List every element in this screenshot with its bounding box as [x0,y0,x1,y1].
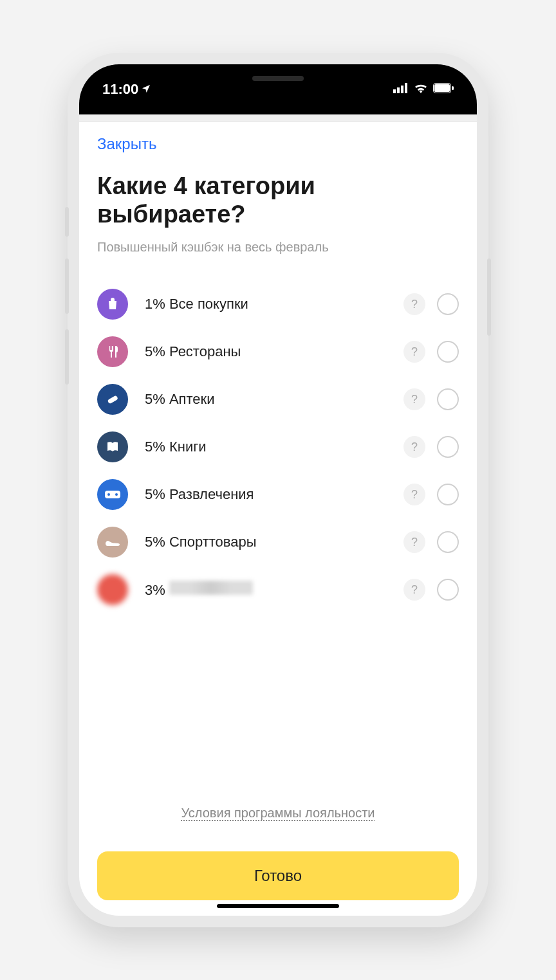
done-button[interactable]: Готово [97,851,459,900]
svg-point-9 [107,493,110,496]
status-time: 11:00 [102,81,138,98]
help-button[interactable]: ? [403,484,425,505]
help-button[interactable]: ? [403,531,425,553]
sheet-content: Закрыть Какие 4 категории выбираете? Пов… [79,122,477,916]
terms-link[interactable]: Условия программы лояльности [181,806,375,821]
svg-point-10 [115,493,118,496]
svg-rect-3 [405,83,407,93]
category-checkbox[interactable] [437,579,459,601]
help-button[interactable]: ? [403,293,425,315]
gamepad-icon [97,479,128,510]
redacted-icon [97,574,128,605]
sneaker-icon [97,527,128,558]
category-checkbox[interactable] [437,531,459,553]
phone-screen: 11:00 Закрыть Какие 4 катег [79,64,477,916]
home-indicator[interactable] [217,904,339,908]
category-list: 1% Все покупки ? 5% Рестораны ? [97,280,459,613]
svg-rect-1 [397,87,400,93]
volume-down-button [65,329,69,385]
sheet-handle-area [79,114,477,122]
phone-frame: 11:00 Закрыть Какие 4 катег [68,53,488,927]
notch [194,64,362,93]
help-button[interactable]: ? [403,341,425,363]
page-subtitle: Повышенный кэшбэк на весь февраль [97,240,459,255]
category-row[interactable]: 5% Аптеки ? [97,376,459,423]
category-label: 5% Рестораны [145,343,403,360]
category-label: 1% Все покупки [145,296,403,313]
close-button[interactable]: Закрыть [97,135,459,153]
redacted-text [169,581,253,595]
category-checkbox[interactable] [437,341,459,363]
category-checkbox[interactable] [437,293,459,315]
svg-rect-5 [434,84,450,92]
svg-rect-7 [107,395,118,404]
category-row[interactable]: 5% Спорттовары ? [97,518,459,566]
category-checkbox[interactable] [437,436,459,458]
category-label: 5% Спорттовары [145,534,403,550]
category-label: 5% Развлечения [145,486,403,503]
help-button[interactable]: ? [403,436,425,458]
location-arrow-icon [141,81,151,98]
category-row[interactable]: 1% Все покупки ? [97,280,459,328]
wifi-icon [414,83,428,96]
footer: Условия программы лояльности Готово [97,806,459,916]
volume-up-button [65,259,69,314]
category-row[interactable]: 5% Рестораны ? [97,328,459,376]
shopping-bag-icon [97,289,128,320]
category-row[interactable]: 5% Книги ? [97,423,459,471]
help-button[interactable]: ? [403,388,425,410]
status-bar: 11:00 [79,64,477,114]
cutlery-icon [97,336,128,367]
power-button [487,259,491,336]
svg-rect-0 [393,89,396,93]
help-button[interactable]: ? [403,579,425,601]
cellular-signal-icon [393,83,409,96]
category-row[interactable]: 5% Развлечения ? [97,471,459,518]
category-checkbox[interactable] [437,388,459,410]
category-label: 5% Аптеки [145,391,403,408]
book-icon [97,431,128,462]
pill-icon [97,384,128,415]
svg-rect-2 [401,86,403,93]
page-title: Какие 4 категории выбираете? [97,172,459,228]
category-checkbox[interactable] [437,484,459,505]
category-row[interactable]: 3% ? [97,566,459,613]
svg-rect-6 [452,86,454,90]
svg-rect-8 [105,491,120,498]
battery-full-icon [433,83,454,96]
mute-switch [65,207,69,237]
category-label: 5% Книги [145,439,403,455]
category-label: 3% [145,581,403,599]
